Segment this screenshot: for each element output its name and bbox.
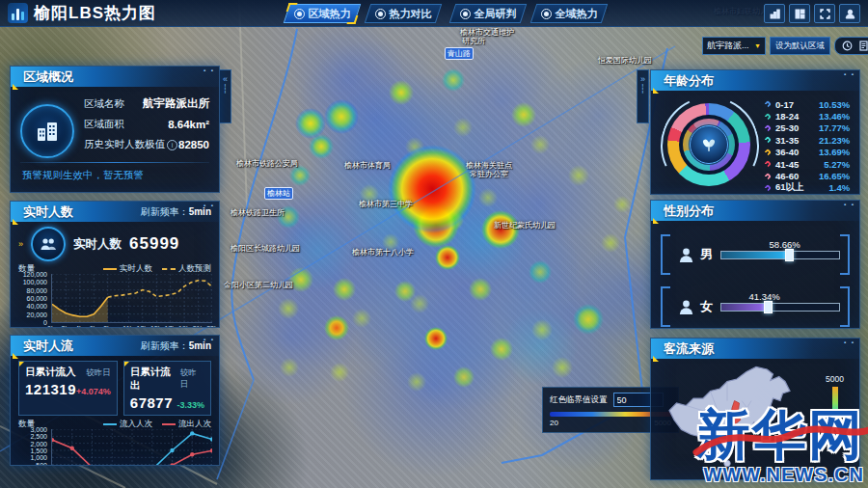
gender-row: 男 58.66% — [661, 236, 850, 273]
age-legend-row: 46-6016.65% — [765, 170, 854, 181]
panel-title: 年龄分布 — [664, 72, 714, 90]
divider — [20, 162, 209, 163]
china-map — [665, 365, 809, 475]
panel-corner-dots: ▪ ▪ — [844, 339, 855, 345]
y-axis-ticks: 05001,0001,5002,0002,5003,000 — [18, 429, 51, 466]
age-legend-row: 25-3017.77% — [765, 122, 854, 134]
age-donut-chart — [657, 96, 761, 193]
threshold-label: 红色临界值设置 — [550, 394, 608, 406]
history-clock-icon[interactable] — [842, 41, 853, 51]
panel-realtime-people: 实时人数 刷新频率：5min ▪ ▪ » 实时人数 65999 数量 实时人数 … — [10, 201, 220, 328]
app-logo: 榆阳LBS热力图 — [8, 2, 156, 24]
panel-title-bar: 实时人流 刷新频率：5min ▪ ▪ — [11, 336, 219, 356]
tab-global-analysis[interactable]: 全局研判 — [449, 4, 527, 23]
scale-gradient-bar — [832, 387, 838, 427]
stat-label: 实时人数 — [73, 236, 122, 253]
tab-heat-compare[interactable]: 热力对比 — [365, 4, 442, 23]
collapse-right-panels-button[interactable]: »┆ — [637, 69, 649, 123]
map-tool-icons — [834, 37, 868, 55]
dashboard: 榆林市计量测试所榆林市妇联幼儿园榆林市交通维护研究所青山路恒爱国际幼儿园榆林市铁… — [0, 0, 868, 488]
panel-title-bar: 区域概况 ▪ ▪ — [11, 67, 219, 87]
logo-bars-icon — [8, 3, 28, 23]
collapse-left-panels-button[interactable]: «┆ — [219, 69, 231, 123]
bar-thumb — [764, 301, 773, 313]
panel-visitor-source: 客流来源 ▪ ▪ 5000 200 — [650, 338, 860, 480]
age-legend-row: 0-1710.53% — [765, 98, 854, 110]
gender-bar: 41.34% — [720, 303, 840, 312]
scale-max: 5000 — [826, 374, 844, 384]
stat-value: 65999 — [129, 234, 179, 254]
bracket-decor — [840, 286, 850, 327]
bar-thumb — [785, 249, 794, 261]
tab-icon — [541, 9, 552, 19]
map-toolbar: 航宇路派...▼ 设为默认区域 — [702, 37, 868, 55]
panel-title-bar: 客流来源 ▪ ▪ — [651, 339, 859, 359]
people-group-icon — [31, 227, 66, 261]
sprout-icon — [690, 125, 728, 164]
bracket-decor — [661, 234, 670, 275]
age-crescent-icon — [764, 112, 772, 120]
age-legend-row: 36-4013.69% — [765, 147, 854, 158]
panel-title: 区域概况 — [23, 68, 73, 86]
tab-whole-area-heat[interactable]: 全域热力 — [530, 4, 608, 23]
panel-corner-dots: ▪ ▪ — [203, 337, 215, 342]
flow-trend-chart: 数量 流入人次 流出人次 05001,0001,5002,0002,5003,0… — [18, 419, 211, 466]
decor-arrows: » — [18, 239, 23, 249]
age-crescent-icon — [764, 100, 772, 108]
panel-title-bar: 性别分布 ▪ ▪ — [651, 201, 859, 221]
people-trend-chart: 数量 实时人数 人数预测 020,00040,00060,00080,00010… — [18, 263, 211, 328]
age-legend-row: 18-2413.46% — [765, 110, 854, 122]
layout-columns-icon[interactable] — [789, 4, 810, 23]
overview-row: 区域名称 航宇路派出所 — [84, 96, 209, 111]
tab-icon — [294, 9, 305, 19]
panel-title: 实时人数 — [23, 203, 73, 221]
building-icon — [20, 104, 74, 158]
top-header: 榆阳LBS热力图 区域热力 热力对比 全局研判 全域热力 — [0, 0, 868, 27]
age-legend: 0-1710.53% 18-2413.46% 25-3017.77% 31-35… — [761, 96, 854, 194]
gender-bar: 58.66% — [720, 251, 840, 259]
age-crescent-icon — [764, 124, 772, 132]
panel-corner-dots: ▪ ▪ — [203, 203, 215, 208]
age-legend-row: 41-455.27% — [765, 158, 854, 170]
info-icon[interactable]: i — [167, 140, 177, 150]
bracket-decor — [840, 234, 850, 275]
app-title: 榆阳LBS热力图 — [34, 2, 156, 24]
overview-row: 历史实时人数极值i 82850 — [84, 138, 209, 151]
age-crescent-icon — [764, 136, 772, 144]
person-icon — [678, 299, 694, 315]
fullscreen-icon[interactable] — [814, 4, 835, 23]
report-doc-icon[interactable] — [858, 41, 868, 51]
panel-age-distribution: 年龄分布 ▪ ▪ 0-1710.53% 18-241 — [650, 69, 860, 195]
bracket-decor — [661, 286, 670, 327]
age-legend-row: 61以上1.4% — [765, 182, 854, 194]
panel-title: 客流来源 — [664, 340, 714, 358]
gender-row: 女 41.34% — [661, 288, 850, 325]
source-color-scale: 5000 200 — [826, 374, 844, 440]
panel-corner-dots: ▪ ▪ — [844, 71, 855, 77]
age-crescent-icon — [764, 160, 772, 168]
panel-title: 实时人流 — [23, 338, 73, 355]
panel-corner-dots: ▪ ▪ — [844, 202, 855, 207]
tab-icon — [375, 9, 386, 19]
bar-chart-icon[interactable] — [764, 4, 785, 23]
set-default-region-button[interactable]: 设为默认区域 — [770, 37, 830, 55]
x-axis-ticks: 0h2h4h6h8h11h13h15h17h19h21h23h — [51, 323, 212, 328]
age-crescent-icon — [764, 149, 772, 156]
person-icon — [678, 247, 694, 263]
panel-title: 性别分布 — [664, 203, 714, 220]
heat-min: 20 — [550, 419, 558, 427]
alert-status-text: 预警规则生效中，暂无预警 — [11, 169, 219, 182]
panel-realtime-flow: 实时人流 刷新频率：5min ▪ ▪ 日累计流入较昨日 121319+4.074… — [10, 335, 220, 466]
user-icon[interactable] — [839, 4, 860, 23]
scale-min: 200 — [826, 430, 844, 440]
inflow-stat-card: 日累计流入较昨日 121319+4.074% — [18, 361, 118, 416]
overview-row: 区域面积 8.64km² — [84, 118, 209, 131]
tab-icon — [460, 9, 471, 19]
panel-corner-dots: ▪ ▪ — [203, 68, 215, 73]
caret-down-icon: ▼ — [754, 42, 761, 49]
panel-title-bar: 实时人数 刷新频率：5min ▪ ▪ — [11, 202, 219, 222]
gender-rows: 男 58.66% 女 41.34% — [651, 236, 859, 325]
tab-region-heat[interactable]: 区域热力 — [284, 4, 361, 23]
region-select-dropdown[interactable]: 航宇路派...▼ — [702, 37, 766, 55]
chart-legend: 实时人数 人数预测 — [103, 263, 211, 275]
